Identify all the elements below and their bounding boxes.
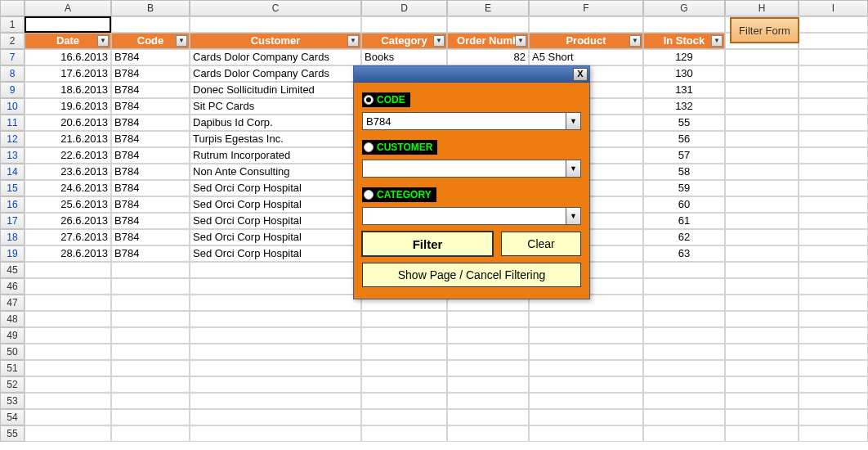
row-header[interactable]: 19 <box>0 245 25 262</box>
th-code[interactable]: Code▼ <box>111 33 190 49</box>
cell[interactable] <box>25 327 111 344</box>
cell[interactable] <box>190 16 361 33</box>
cell[interactable] <box>643 16 725 33</box>
row-header[interactable]: 13 <box>0 147 25 164</box>
cell[interactable]: 16.6.2013 <box>25 49 111 65</box>
cell[interactable]: B784 <box>111 164 190 180</box>
cell[interactable] <box>190 376 361 393</box>
cell[interactable] <box>799 311 868 327</box>
cell[interactable] <box>447 376 529 393</box>
cell[interactable] <box>799 196 868 213</box>
cell[interactable] <box>725 344 799 360</box>
cell[interactable] <box>725 98 799 115</box>
row-header[interactable]: 55 <box>0 425 25 442</box>
cell[interactable] <box>447 16 529 33</box>
cell[interactable]: B784 <box>111 147 190 164</box>
cell[interactable] <box>529 376 643 393</box>
cell[interactable]: 58 <box>643 164 725 180</box>
cell[interactable]: B784 <box>111 229 190 245</box>
cell[interactable]: Turpis Egestas Inc. <box>190 131 361 147</box>
cell[interactable] <box>529 16 643 33</box>
cell[interactable]: 129 <box>643 49 725 65</box>
cell[interactable] <box>361 327 447 344</box>
cell[interactable]: 63 <box>643 245 725 262</box>
cell[interactable]: 55 <box>643 115 725 131</box>
th-category[interactable]: Category▼ <box>361 33 447 49</box>
cell[interactable] <box>447 425 529 442</box>
cell[interactable] <box>799 393 868 409</box>
cell[interactable] <box>725 49 799 65</box>
cell[interactable] <box>361 311 447 327</box>
cell[interactable]: Rutrum Incorporated <box>190 147 361 164</box>
cell[interactable] <box>190 327 361 344</box>
cell[interactable] <box>799 327 868 344</box>
cell[interactable] <box>643 360 725 376</box>
close-icon[interactable]: X <box>573 68 588 81</box>
cell[interactable] <box>361 376 447 393</box>
cell[interactable] <box>529 425 643 442</box>
radio-icon[interactable] <box>364 142 374 152</box>
filter-dropdown-icon[interactable]: ▼ <box>629 35 641 47</box>
cell[interactable] <box>25 344 111 360</box>
cell[interactable] <box>643 327 725 344</box>
cell[interactable] <box>725 164 799 180</box>
cell[interactable]: B784 <box>111 196 190 213</box>
th-product[interactable]: Product▼ <box>529 33 643 49</box>
cell[interactable] <box>111 295 190 311</box>
cell[interactable] <box>643 425 725 442</box>
col-header-C[interactable]: C <box>190 0 361 16</box>
cell[interactable]: 22.6.2013 <box>25 147 111 164</box>
cell[interactable]: Books <box>361 49 447 65</box>
th-in-stock[interactable]: In Stock▼ <box>643 33 725 49</box>
cell[interactable] <box>799 295 868 311</box>
cell[interactable]: Sed Orci Corp Hospital <box>190 213 361 229</box>
cell[interactable]: Cards Dolor Company Cards <box>190 65 361 82</box>
cell[interactable] <box>111 16 190 33</box>
cell[interactable] <box>799 229 868 245</box>
cell[interactable] <box>190 344 361 360</box>
col-header-A[interactable]: A <box>25 0 111 16</box>
cell[interactable] <box>725 82 799 98</box>
cell[interactable] <box>447 360 529 376</box>
cell[interactable] <box>799 65 868 82</box>
cell[interactable] <box>725 262 799 278</box>
col-header-I[interactable]: I <box>799 0 868 16</box>
cell[interactable] <box>25 425 111 442</box>
cell[interactable]: B784 <box>111 98 190 115</box>
cell[interactable] <box>725 115 799 131</box>
radio-customer[interactable]: CUSTOMER <box>362 140 437 155</box>
cell[interactable] <box>725 425 799 442</box>
filter-dropdown-icon[interactable]: ▼ <box>433 35 445 47</box>
cell[interactable] <box>25 311 111 327</box>
cell[interactable] <box>799 82 868 98</box>
cell[interactable] <box>529 409 643 425</box>
category-combo[interactable]: ▼ <box>362 207 581 225</box>
row-header-1[interactable]: 1 <box>0 16 25 33</box>
cell[interactable] <box>725 311 799 327</box>
row-header[interactable]: 47 <box>0 295 25 311</box>
category-input[interactable] <box>362 207 566 225</box>
cell[interactable]: 17.6.2013 <box>25 65 111 82</box>
customer-combo[interactable]: ▼ <box>362 160 581 178</box>
cell[interactable] <box>725 229 799 245</box>
cell[interactable]: Sed Orci Corp Hospital <box>190 245 361 262</box>
col-header-D[interactable]: D <box>361 0 447 16</box>
cell[interactable] <box>725 360 799 376</box>
cell[interactable] <box>447 344 529 360</box>
radio-category[interactable]: CATEGORY <box>362 187 436 202</box>
cell[interactable] <box>725 295 799 311</box>
cell[interactable] <box>25 295 111 311</box>
cell[interactable]: B784 <box>111 180 190 196</box>
th-date[interactable]: Date▼ <box>25 33 111 49</box>
cell[interactable] <box>643 311 725 327</box>
cell[interactable] <box>799 262 868 278</box>
cell[interactable] <box>447 409 529 425</box>
cell[interactable] <box>799 115 868 131</box>
cell[interactable] <box>190 360 361 376</box>
cell[interactable] <box>799 164 868 180</box>
row-header[interactable]: 15 <box>0 180 25 196</box>
cell[interactable] <box>725 131 799 147</box>
filter-dropdown-icon[interactable]: ▼ <box>97 35 109 47</box>
col-header-E[interactable]: E <box>447 0 529 16</box>
cell[interactable] <box>799 131 868 147</box>
